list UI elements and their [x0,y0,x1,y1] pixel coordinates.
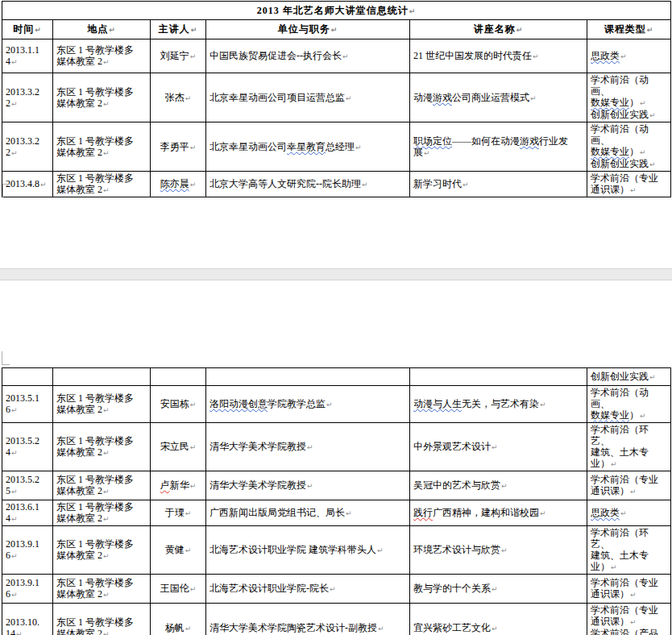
cell-lecture[interactable]: 教与学的十个关系↵ [410,575,587,604]
cell-end-mark: ↵ [102,488,110,496]
table-row: 2013.5.16↵东区 1 号教学楼多媒体教室 2↵安国栋↵洛阳动漫创意学院教… [2,386,671,423]
cell-place[interactable]: 东区 1 号教学楼多媒体教室 2↵ [53,500,151,526]
cell-time[interactable]: 2013.1.14↵ [2,39,53,73]
cell-time[interactable]: 2013.5.25↵ [2,471,53,500]
cell-org[interactable]: 北海艺术设计职业学院 建筑学科带头人↵ [206,526,410,575]
text-segment: 媒体教室 2 [56,628,102,635]
cell-org[interactable] [206,368,410,386]
cell-lecture[interactable]: 践行广西精神，建构和谐校园↵ [410,500,587,526]
cell-end-mark: ↵ [15,630,23,635]
cell-place[interactable]: 东区 1 号教学楼多媒体教室 2↵ [53,423,151,471]
cell-place[interactable]: 东区 1 号教学楼多媒体教室 2↵ [53,526,151,575]
cell-speaker[interactable]: 张杰↵ [151,73,206,122]
cell-org[interactable]: 广西新闻出版局党组书记、局长↵ [206,500,410,526]
cell-type[interactable]: 学术前沿（动画、数媒专业）↵ [587,386,671,423]
cell-speaker[interactable]: 黄健↵ [151,526,206,575]
column-header-place[interactable]: 地点↵ [53,20,151,39]
cell-org[interactable]: 清华大学美术学院教授↵ [206,471,410,500]
text-segment: 刘延宁 [160,50,189,61]
cell-type[interactable]: 思政类↵ [587,39,671,73]
cell-lecture[interactable] [410,368,587,386]
cell-org[interactable]: 清华大学美术学院陶瓷艺术设计-副教授↵ [206,604,410,635]
cell-speaker[interactable]: 于瑮↵ [151,500,206,526]
cell-speaker[interactable]: 刘延宁↵ [151,39,206,73]
cell-end-mark: ↵ [10,100,18,108]
cell-time[interactable]: 2013.6.14↵ [2,500,53,526]
text-segment: 东区 1 号教学楼多 [56,577,134,588]
cell-speaker[interactable]: 陈亦晨↵ [151,172,206,197]
cell-type[interactable]: 学术前沿（专业通识课）↵ [587,471,671,500]
cell-speaker[interactable]: 宋立民↵ [151,423,206,471]
cell-place[interactable]: 东区 1 号教学楼多媒体教室 2↵ [53,122,151,172]
cell-end-mark: ↵ [10,488,18,496]
cell-time[interactable]: 2013.10.14↵ [2,604,53,635]
cell-time[interactable]: 2013.5.24↵ [2,423,53,471]
cell-lecture[interactable]: 动漫与人生无关，与艺术有染↵ [410,386,587,423]
column-header-speaker[interactable]: 主讲人↵ [151,20,206,39]
cell-time[interactable]: 2013.3.22↵ [2,122,53,172]
cell-place[interactable]: 东区 1 号教学楼多媒体教室 2↵ [53,386,151,423]
text-segment: 宋立民 [160,441,189,452]
cell-speaker[interactable]: 王国伦↵ [151,575,206,604]
cell-type[interactable]: 学术前沿（动画、数媒专业）↵创新创业实践↵ [587,122,671,172]
cell-org[interactable]: 中国民族贸易促进会--执行会长↵ [206,39,410,73]
cell-org[interactable]: 北京大学高等人文研究院--院长助理↵ [206,172,410,197]
column-header-time[interactable]: 时间↵ [2,20,53,39]
cell-speaker[interactable]: 杨帆↵ [151,604,206,635]
cell-end-mark: ↵ [10,515,18,523]
cell-type[interactable]: 学术前沿（环艺、建筑、土木专业）↵ [587,526,671,575]
cell-org[interactable]: 北京幸星动画公司项目运营总监↵ [206,73,410,122]
cell-org[interactable]: 北京幸星动画公司幸星教育总经理↵ [206,122,410,172]
cell-end-mark: ↵ [10,58,18,66]
cell-speaker[interactable] [151,368,206,386]
cell-place[interactable] [53,368,151,386]
cell-lecture[interactable]: 职场定位——如何在动漫游戏行业发展↵ [410,122,587,172]
column-header-lecture[interactable]: 讲座名称↵ [410,20,587,39]
cell-type[interactable]: 学术前沿（动画、数媒专业）↵创新创业实践↵ [587,73,671,122]
cell-speaker[interactable]: 卢新华↵ [151,471,206,500]
cell-org[interactable]: 洛阳动漫创意学院教学总监↵ [206,386,410,423]
column-header-org[interactable]: 单位与职务↵ [206,20,410,39]
cell-lecture[interactable]: 环境艺术设计与欣赏↵ [410,526,587,575]
cell-place[interactable]: 东区 1 号教学楼多媒体教室 2↵ [53,73,151,122]
cell-place[interactable]: 东区 1 号教学楼多媒体教室 2↵ [53,471,151,500]
cell-place[interactable]: 东区 1 号教学楼多媒体教室 2↵ [53,604,151,635]
cell-end-mark: ↵ [102,149,110,157]
text-segment: 无关，与艺术有染 [462,398,539,409]
cell-org[interactable]: 清华大学美术学院教授↵ [206,423,410,471]
cell-lecture[interactable]: 吴冠中的艺术与欣赏↵ [410,471,587,500]
cell-place[interactable]: 东区 1 号教学楼多媒体教室 2↵ [53,172,151,197]
cell-type[interactable]: 创新创业实践↵ [587,368,671,386]
cell-end-mark: ↵ [102,449,110,457]
cell-place[interactable]: 东区 1 号教学楼多媒体教室 2↵ [53,575,151,604]
lecture-table-page1: 2013 年北艺名师大讲堂信息统计↵ 时间↵ 地点↵ 主讲人↵ 单位与职务↵ 讲… [2,1,671,197]
cell-time[interactable]: 2013.9.16↵ [2,575,53,604]
cell-type[interactable]: 学术前沿（专业通识课）↵学术前沿（产品专业）↵ [587,604,671,635]
cell-type[interactable]: 学术前沿（环艺、建筑、土木专业）↵ [587,423,671,471]
cell-time[interactable] [2,368,53,386]
page-separator-band[interactable] [0,268,672,280]
cell-lecture[interactable]: 21 世纪中国发展的时代责任↵ [410,39,587,73]
cell-time[interactable]: 2013.5.16↵ [2,386,53,423]
cell-speaker[interactable]: 李勇平↵ [151,122,206,172]
cell-lecture[interactable]: 新学习时代↵ [410,172,587,197]
cell-type[interactable]: 学术前沿（专业通识课）↵ [587,172,671,197]
cell-speaker[interactable]: 安国栋↵ [151,386,206,423]
cell-lecture[interactable]: 中外景观艺术设计↵ [410,423,587,471]
text-segment: 创新创业实践 [591,109,649,120]
cell-end-mark: ↵ [539,509,546,517]
cell-type[interactable]: 学术前沿（专业通识课）↵ [587,575,671,604]
document-page[interactable]: 2013 年北艺名师大讲堂信息统计↵ 时间↵ 地点↵ 主讲人↵ 单位与职务↵ 讲… [0,0,672,635]
cell-lecture[interactable]: 宜兴紫砂工艺文化↵ [410,604,587,635]
cell-place[interactable]: 东区 1 号教学楼多媒体教室 2↵ [53,39,151,73]
cell-time[interactable]: 2013.9.16↵ [2,526,53,575]
cell-lecture[interactable]: 动漫游戏公司商业运营模式↵ [410,73,587,122]
cell-type[interactable]: 思政类↵ [587,500,671,526]
column-header-type[interactable]: 课程类型↵ [587,20,671,39]
cell-end-mark: ↵ [102,630,110,635]
text-segment: 学术前沿（环艺、 [591,424,649,446]
cell-end-mark: ↵ [649,111,656,119]
cell-title[interactable]: 2013 年北艺名师大讲堂信息统计↵ [2,2,671,20]
cell-time[interactable]: 2013.3.22↵ [2,73,53,122]
cell-org[interactable]: 北海艺术设计职业学院-院长↵ [206,575,410,604]
